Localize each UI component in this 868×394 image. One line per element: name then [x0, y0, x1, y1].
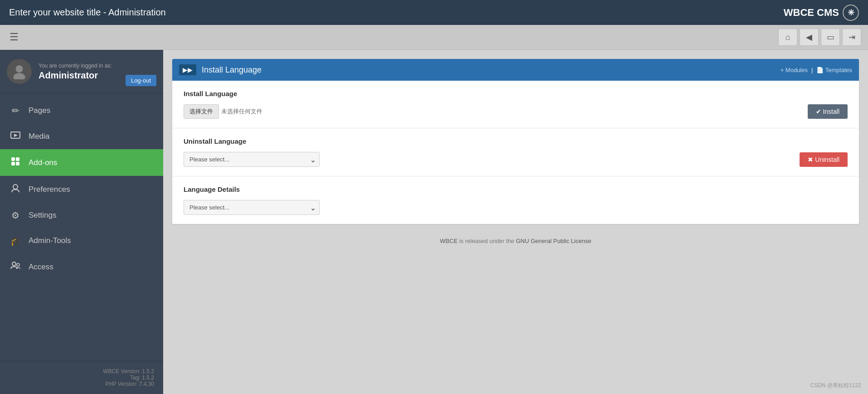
toolbar-icons: ⌂ ◀ ▭ ⇥: [778, 29, 861, 46]
top-header: Enter your website title - Administratio…: [0, 0, 868, 25]
svg-point-10: [17, 263, 19, 266]
sidebar-item-pages[interactable]: ✏ Pages: [0, 98, 163, 123]
monitor-icon: ▭: [827, 32, 834, 42]
file-placeholder: 未选择任何文件: [221, 107, 262, 116]
sidebar-item-pages-label: Pages: [29, 106, 50, 115]
install-button[interactable]: ✔ Install: [808, 104, 848, 119]
hamburger-button[interactable]: ☰: [7, 29, 21, 46]
pages-icon: ✏: [9, 105, 22, 116]
page-title: Enter your website title - Administratio…: [9, 7, 166, 18]
version-text: WBCE Version: 1.5.2: [9, 368, 154, 375]
gpl-link[interactable]: GNU General Public License: [516, 238, 591, 244]
main-panel: ▶▶ Install Language + Modules | 📄 Templa…: [172, 59, 859, 224]
monitor-button[interactable]: ▭: [821, 29, 840, 46]
templates-link[interactable]: 📄 Templates: [816, 67, 852, 73]
details-select[interactable]: Please select...: [184, 200, 320, 215]
footer-text-2: is released under the: [459, 238, 516, 244]
sidebar-item-access[interactable]: Access: [0, 253, 163, 280]
back-button[interactable]: ◀: [800, 29, 819, 46]
logged-in-label: You are currently logged in as:: [39, 63, 156, 69]
signout-button[interactable]: ⇥: [842, 29, 861, 46]
svg-rect-4: [11, 157, 15, 161]
sidebar-item-media[interactable]: Media: [0, 123, 163, 149]
content-area: ▶▶ Install Language + Modules | 📄 Templa…: [163, 50, 868, 394]
sidebar-item-media-label: Media: [29, 132, 49, 141]
back-icon: ◀: [806, 32, 812, 42]
panel-arrow-icon: ▶▶: [179, 64, 196, 75]
modules-link[interactable]: + Modules: [781, 67, 808, 73]
panel-header-links: + Modules | 📄 Templates: [781, 67, 852, 73]
logo-icon: ✳: [843, 5, 859, 21]
media-icon: [9, 131, 22, 142]
choose-file-button[interactable]: 选择文件: [184, 104, 219, 119]
user-section: You are currently logged in as: Administ…: [0, 50, 163, 93]
access-icon: [9, 261, 22, 273]
sidebar-item-settings-label: Settings: [29, 211, 56, 220]
language-details-title: Language Details: [184, 185, 848, 193]
sidebar-item-preferences-label: Preferences: [29, 185, 70, 194]
svg-rect-7: [16, 162, 19, 165]
sidebar-item-preferences[interactable]: Preferences: [0, 176, 163, 203]
toolbar: ☰ ⌂ ◀ ▭ ⇥: [0, 25, 868, 50]
addons-icon: [9, 156, 22, 169]
install-language-body: 选择文件 未选择任何文件 ✔ Install: [184, 104, 848, 119]
panel-title: Install Language: [202, 65, 262, 75]
admin-tools-icon: 🎓: [9, 235, 22, 246]
sidebar-nav: ✏ Pages Media: [0, 93, 163, 361]
toolbar-left: ☰: [7, 29, 21, 46]
install-language-title: Install Language: [184, 90, 848, 97]
wbce-link[interactable]: WBCE: [440, 238, 458, 244]
footer: WBCE is released under the GNU General P…: [172, 233, 859, 249]
svg-rect-6: [11, 162, 15, 165]
sidebar-item-settings[interactable]: ⚙ Settings: [0, 203, 163, 228]
logo-text: WBCE CMS: [784, 7, 839, 19]
settings-icon: ⚙: [9, 210, 22, 221]
svg-point-1: [14, 73, 25, 79]
avatar: [7, 59, 32, 84]
svg-point-9: [12, 262, 16, 266]
watermark: CSDN @果粒程1122: [810, 382, 861, 389]
uninstall-select[interactable]: Please select...: [184, 152, 320, 167]
svg-marker-3: [14, 134, 18, 137]
sidebar-item-access-label: Access: [29, 263, 53, 272]
sidebar-footer: WBCE Version: 1.5.2 Tag: 1.5.2 PHP Versi…: [0, 361, 163, 394]
language-details-section: Language Details Please select... ⌄: [172, 176, 859, 224]
sidebar-item-admin-tools-label: Admin-Tools: [29, 236, 71, 245]
panel-header-left: ▶▶ Install Language: [179, 64, 262, 75]
tag-text: Tag: 1.5.2: [9, 375, 154, 381]
file-input-area: 选择文件 未选择任何文件: [184, 104, 262, 119]
uninstall-language-section: Uninstall Language Please select... ⌄ ✖ …: [172, 128, 859, 176]
sidebar-item-addons-label: Add-ons: [29, 158, 57, 167]
home-icon: ⌂: [786, 33, 790, 42]
sidebar-item-addons[interactable]: Add-ons: [0, 149, 163, 176]
signout-icon: ⇥: [849, 32, 855, 42]
details-select-wrapper: Please select... ⌄: [184, 200, 320, 215]
language-details-body: Please select... ⌄: [184, 200, 848, 215]
wbce-logo: WBCE CMS ✳: [784, 5, 859, 21]
logout-button[interactable]: Log-out: [126, 75, 156, 86]
separator: |: [811, 67, 813, 73]
uninstall-button[interactable]: ✖ Uninstall: [800, 152, 848, 167]
home-button[interactable]: ⌂: [778, 29, 797, 46]
sidebar: You are currently logged in as: Administ…: [0, 50, 163, 394]
svg-point-8: [13, 185, 18, 189]
php-text: PHP Version: 7.4.30: [9, 381, 154, 387]
uninstall-language-body: Please select... ⌄ ✖ Uninstall: [184, 152, 848, 167]
uninstall-select-wrapper: Please select... ⌄: [184, 152, 320, 167]
svg-point-0: [16, 65, 23, 73]
panel-header: ▶▶ Install Language + Modules | 📄 Templa…: [172, 59, 859, 81]
uninstall-language-title: Uninstall Language: [184, 137, 848, 145]
svg-rect-5: [16, 157, 19, 161]
main-layout: You are currently logged in as: Administ…: [0, 50, 868, 394]
sidebar-item-admin-tools[interactable]: 🎓 Admin-Tools: [0, 228, 163, 253]
preferences-icon: [9, 183, 22, 195]
install-language-section: Install Language 选择文件 未选择任何文件 ✔ Install: [172, 81, 859, 128]
